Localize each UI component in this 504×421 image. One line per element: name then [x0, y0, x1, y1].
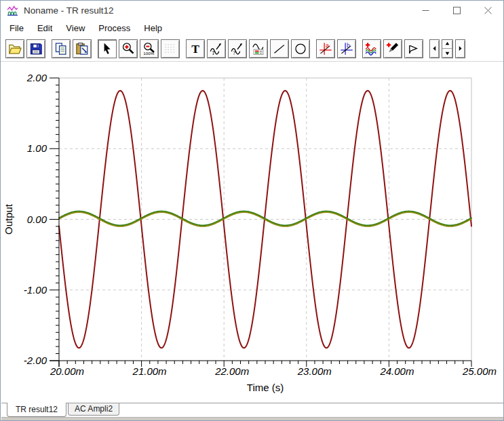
add-curves-button[interactable]	[362, 39, 381, 58]
line-icon	[273, 42, 286, 56]
paste-button[interactable]	[73, 39, 92, 58]
y-tick-label: -1.00	[24, 284, 47, 296]
svg-text:?: ?	[233, 49, 235, 56]
plot-canvas[interactable]: 2.001.000.00-1.00-2.0020.00m21.00m22.00m…	[1, 62, 504, 403]
arrow-cursor-icon	[100, 42, 114, 56]
text-icon: T	[189, 42, 202, 56]
result-tab-bar: TR result12AC Ampli2	[1, 403, 504, 417]
cursor-b-icon: b	[340, 42, 353, 56]
marker-button[interactable]	[404, 39, 423, 58]
page-left-button[interactable]	[429, 39, 440, 58]
toolbar-group: ab	[316, 39, 356, 58]
cursor-b-button[interactable]: b	[337, 39, 356, 58]
svg-text:T: T	[191, 42, 199, 56]
save-icon	[29, 42, 43, 56]
toolbar-group	[429, 39, 465, 58]
zoom-in-icon	[121, 42, 135, 56]
x-tick-label: 25.00m	[462, 365, 497, 377]
window-title: Noname - TR result12	[24, 5, 114, 16]
tab-ac-ampli2[interactable]: AC Ampli2	[68, 403, 119, 416]
menu-process[interactable]: Process	[92, 21, 137, 36]
grid-icon	[163, 42, 177, 56]
ellipse-icon	[294, 42, 307, 56]
y-axis-title: Output	[3, 203, 14, 235]
svg-text:a: a	[326, 42, 329, 49]
curve-label-button[interactable]: T	[207, 39, 226, 58]
close-button[interactable]	[472, 1, 503, 20]
app-window: Noname - TR result12 FileEditViewProcess…	[0, 0, 504, 421]
legend-button[interactable]	[249, 39, 268, 58]
open-folder-icon	[8, 42, 22, 56]
zoom-in-button[interactable]	[119, 39, 138, 58]
nav-down-icon[interactable]	[442, 48, 452, 58]
x-axis-title: Time (s)	[247, 382, 284, 393]
text-button[interactable]: T	[186, 39, 205, 58]
zoom-100-button[interactable]: 100%	[140, 39, 159, 58]
nav-right-icon	[457, 45, 464, 52]
ellipse-button[interactable]	[291, 39, 310, 58]
x-tick-label: 21.00m	[132, 365, 167, 377]
y-tick-label: 1.00	[27, 142, 47, 154]
menu-help[interactable]: Help	[137, 21, 169, 36]
copy-button[interactable]	[52, 39, 71, 58]
toolbar-group: TT?	[186, 39, 310, 58]
plot-page: 2.001.000.00-1.00-2.0020.00m21.00m22.00m…	[1, 62, 504, 403]
paste-icon	[75, 42, 89, 56]
y-tick-label: 2.00	[26, 72, 47, 83]
y-tick-label: 0.00	[27, 214, 47, 225]
add-curves-icon	[365, 42, 379, 56]
zoom-100-icon: 100%	[142, 42, 156, 56]
menu-file[interactable]: File	[3, 21, 31, 36]
title-bar: Noname - TR result12	[1, 1, 503, 20]
window-resize-strip	[1, 417, 504, 421]
window-controls	[410, 1, 503, 20]
page-spin-button[interactable]	[442, 39, 453, 58]
select-button[interactable]	[98, 39, 117, 58]
probe-button[interactable]	[383, 39, 402, 58]
svg-text:100%: 100%	[143, 51, 154, 56]
line-button[interactable]	[270, 39, 289, 58]
curve-label-icon: T	[210, 42, 223, 56]
menu-edit[interactable]: Edit	[31, 21, 59, 36]
x-tick-label: 20.00m	[50, 365, 84, 377]
toolbar-group: 100%	[98, 39, 180, 58]
save-button[interactable]	[26, 39, 45, 58]
cursor-a-button[interactable]: a	[316, 39, 335, 58]
open-button[interactable]	[5, 39, 24, 58]
maximize-button[interactable]	[441, 1, 472, 20]
x-tick-label: 23.00m	[297, 365, 332, 377]
toolbar-group	[52, 39, 92, 58]
grid-button[interactable]	[161, 39, 180, 58]
curve-info-icon: ?	[231, 42, 244, 56]
probe-icon	[386, 42, 400, 56]
x-tick-label: 24.00m	[379, 365, 414, 377]
x-tick-label: 22.00m	[214, 365, 249, 377]
page-right-button[interactable]	[455, 39, 465, 58]
legend-icon	[252, 42, 265, 56]
svg-text:T: T	[212, 50, 215, 56]
app-logo-icon	[7, 5, 18, 16]
y-tick-label: -2.00	[24, 355, 47, 366]
curve-info-button[interactable]: ?	[228, 39, 247, 58]
nav-left-icon	[431, 45, 438, 52]
menu-view[interactable]: View	[59, 21, 92, 36]
cursor-a-icon: a	[319, 42, 332, 56]
svg-text:b: b	[347, 42, 350, 49]
toolbar: 100%TT?ab	[1, 36, 503, 62]
toolbar-group	[5, 39, 45, 58]
toolbar-group	[362, 39, 423, 58]
copy-icon	[54, 42, 68, 56]
marker-icon	[407, 42, 421, 56]
minimize-button[interactable]	[410, 1, 441, 20]
tab-tr-result12[interactable]: TR result12	[7, 403, 66, 417]
menu-bar: FileEditViewProcessHelp	[1, 20, 503, 36]
nav-up-icon[interactable]	[442, 40, 452, 49]
